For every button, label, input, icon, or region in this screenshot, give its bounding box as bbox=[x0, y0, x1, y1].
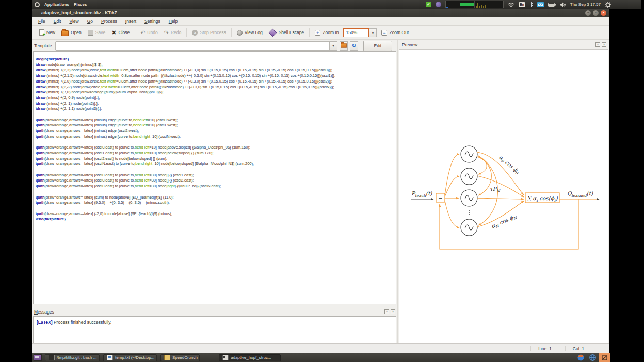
template-label: Template: bbox=[34, 43, 53, 48]
preview-close-icon[interactable]: × bbox=[602, 42, 606, 47]
tray-browser-button[interactable] bbox=[587, 353, 599, 362]
zoom-level-input[interactable]: 150% bbox=[343, 28, 369, 37]
code-line[interactable]: \path[draw=orange,arrows=-latex] (minus)… bbox=[36, 123, 396, 128]
open-folder-icon bbox=[61, 30, 69, 36]
taskbar-item-textfile[interactable]: temp.txt (~/Desktop... bbox=[103, 354, 157, 361]
save-button[interactable]: Save bbox=[85, 28, 108, 38]
code-line[interactable]: \draw (minus) +(2,3) node[draw,circle,te… bbox=[36, 68, 396, 73]
minimize-button[interactable]: − bbox=[585, 10, 591, 16]
menu-view[interactable]: View bbox=[65, 18, 83, 25]
code-line[interactable]: \path[draw=orange,arrows=-latex] (sum) t… bbox=[36, 195, 396, 201]
template-open-button[interactable] bbox=[340, 41, 348, 51]
time-admin-icon[interactable] bbox=[436, 2, 441, 7]
shell-escape-icon bbox=[268, 28, 277, 37]
zoom-level-combo[interactable]: 150% ▼ bbox=[343, 28, 377, 37]
code-line[interactable]: \path[draw=orange,arrows=-latex] (osci2.… bbox=[36, 156, 396, 162]
input-label: Pteach(t) bbox=[411, 190, 432, 198]
code-line[interactable]: \draw (minus) +(2,-1.1) node(point3){.}; bbox=[36, 106, 396, 112]
close-file-button[interactable]: ✕ Close bbox=[108, 28, 133, 38]
template-reload-button[interactable]: ↻ bbox=[350, 41, 358, 51]
code-line[interactable]: \path[draw=orange,arrows=-latex] (osci1.… bbox=[36, 151, 396, 156]
stop-icon: × bbox=[192, 30, 198, 36]
volume-icon[interactable] bbox=[560, 2, 566, 7]
panel-clock[interactable]: Thu Sep 3 17:57 bbox=[570, 2, 601, 7]
menu-settings[interactable]: Settings bbox=[140, 18, 165, 25]
zoom-in-button[interactable]: + Zoom In bbox=[312, 28, 342, 38]
code-line[interactable]: \path[draw=orange,arrows=-latex] (osci0.… bbox=[36, 173, 396, 178]
battery-icon[interactable] bbox=[548, 3, 556, 7]
tray-firefox-button[interactable] bbox=[575, 353, 587, 362]
code-line[interactable] bbox=[36, 206, 396, 211]
template-edit-button[interactable]: Edit bbox=[363, 41, 392, 51]
bluetooth-icon[interactable] bbox=[529, 2, 533, 7]
menu-file[interactable]: File bbox=[34, 18, 50, 25]
code-line[interactable]: \path[draw=orange,arrows=-latex] (-2,0) … bbox=[36, 211, 396, 217]
code-line[interactable]: \draw (minus) +(7,0) node[draw=orange](s… bbox=[36, 90, 396, 95]
code-line[interactable] bbox=[36, 167, 396, 173]
code-line[interactable]: \draw (minus) +(2,0) node[draw,circle,te… bbox=[36, 79, 396, 85]
code-line[interactable]: \draw node[draw=orange] (minus){$-$}; bbox=[36, 62, 396, 68]
redo-button[interactable]: ↷ Redo bbox=[161, 28, 185, 38]
code-line[interactable]: \path[draw=orange,arrows=-latex] (osci0.… bbox=[36, 145, 396, 151]
system-monitor-applet[interactable] bbox=[445, 1, 504, 8]
code-line[interactable]: \begin{tikzpicture} bbox=[36, 57, 396, 62]
new-button[interactable]: + New bbox=[36, 27, 58, 38]
shell-escape-button[interactable]: Shell Escape bbox=[266, 28, 308, 38]
code-line[interactable] bbox=[36, 112, 396, 118]
code-line[interactable] bbox=[36, 140, 396, 145]
zoom-out-button[interactable]: − Zoom Out bbox=[378, 28, 412, 38]
code-editor[interactable]: \begin{tikzpicture}\draw node[draw=orang… bbox=[33, 51, 396, 304]
places-menu[interactable]: Places bbox=[74, 2, 87, 7]
mail-icon[interactable] bbox=[537, 2, 544, 7]
code-line[interactable]: \path[draw=orange,arrows=-latex] (minus)… bbox=[36, 118, 396, 123]
taskbar-item-terminal[interactable]: /tmp/ktikz.git : bash ... bbox=[45, 354, 100, 361]
maximize-button[interactable]: ▫ bbox=[593, 10, 599, 16]
editor-preview-splitter[interactable] bbox=[397, 40, 398, 343]
code-line[interactable]: \draw (minus) +(2,-1) node(point2){.}; bbox=[36, 101, 396, 107]
keyboard-layout-indicator[interactable]: En bbox=[519, 2, 525, 7]
messages-float-icon[interactable]: ▫ bbox=[384, 309, 389, 314]
menu-edit[interactable]: Edit bbox=[50, 18, 66, 25]
open-button[interactable]: Open bbox=[58, 27, 85, 38]
menu-insert[interactable]: Insert bbox=[121, 18, 140, 25]
code-line[interactable]: \path[draw=orange,arrows=-latex] (osciN.… bbox=[36, 161, 396, 167]
messages-close-icon[interactable]: × bbox=[391, 309, 395, 314]
code-line[interactable]: \draw (minus) +(2,-0.9) node(point){.}; bbox=[36, 95, 396, 101]
menu-go[interactable]: Go bbox=[83, 18, 97, 25]
preview-float-icon[interactable]: ▫ bbox=[595, 42, 600, 47]
undo-button[interactable]: ↶ Undo bbox=[137, 28, 161, 38]
template-dropdown-arrow-icon[interactable]: ▼ bbox=[329, 41, 337, 51]
code-line[interactable]: \draw (minus) +(2,1.5) node[draw,circle,… bbox=[36, 73, 396, 79]
code-line[interactable]: \path[draw=orange,arrows=-latex] (minus)… bbox=[36, 134, 396, 140]
taskbar: /tmp/ktikz.git : bash ... temp.txt (~/De… bbox=[32, 353, 610, 362]
messages-header: Messages ▫ × bbox=[32, 307, 397, 316]
code-line[interactable]: \path[draw=orange,arrows=-latex] (minus)… bbox=[36, 128, 396, 134]
update-ok-icon[interactable]: ✓ bbox=[426, 2, 431, 7]
undo-icon: ↶ bbox=[140, 30, 145, 36]
messages-title: Messages bbox=[34, 309, 54, 315]
close-button[interactable]: × bbox=[601, 10, 606, 16]
taskbar-item-ktikz[interactable]: adaptive_hopf_struc... bbox=[219, 354, 281, 361]
view-log-icon bbox=[237, 30, 243, 36]
code-line[interactable] bbox=[36, 189, 396, 195]
template-combobox[interactable] bbox=[55, 41, 330, 51]
taskbar-item-speedcrunch[interactable]: SpeedCrunch bbox=[160, 354, 200, 361]
code-line[interactable]: \end{tikzpicture} bbox=[36, 217, 396, 222]
wifi-icon[interactable] bbox=[508, 2, 514, 7]
session-gear-icon[interactable] bbox=[605, 2, 611, 8]
applications-menu[interactable]: Applications bbox=[44, 2, 69, 7]
toolbar: + New Open Save ✕ Close ↶ Undo ↷ Redo × bbox=[32, 26, 609, 40]
code-line[interactable]: \draw (minus) +(2,-2) node[draw,circle,t… bbox=[36, 85, 396, 90]
code-line[interactable]: \path[draw=orange,arrows=-latex] (9.5,0)… bbox=[36, 200, 396, 206]
code-line[interactable]: \path[draw=orange,arrows=-latex] (osci0.… bbox=[36, 178, 396, 184]
menu-process[interactable]: Process bbox=[97, 18, 121, 25]
code-line[interactable]: \path[draw=orange,arrows=-latex] (osci0.… bbox=[36, 184, 396, 189]
stop-process-button[interactable]: × Stop Process bbox=[189, 28, 229, 38]
tray-ktikz-button[interactable] bbox=[599, 353, 610, 362]
menu-help[interactable]: Help bbox=[165, 18, 182, 25]
view-log-button[interactable]: View Log bbox=[234, 28, 266, 38]
titlebar[interactable]: adaptive_hopf_structure.tikz - KTikZ − ▫… bbox=[32, 9, 609, 17]
zoom-dropdown-arrow-icon[interactable]: ▼ bbox=[369, 28, 377, 37]
show-desktop-button[interactable] bbox=[34, 354, 42, 361]
code-text[interactable]: \begin{tikzpicture}\draw node[draw=orang… bbox=[34, 52, 396, 222]
